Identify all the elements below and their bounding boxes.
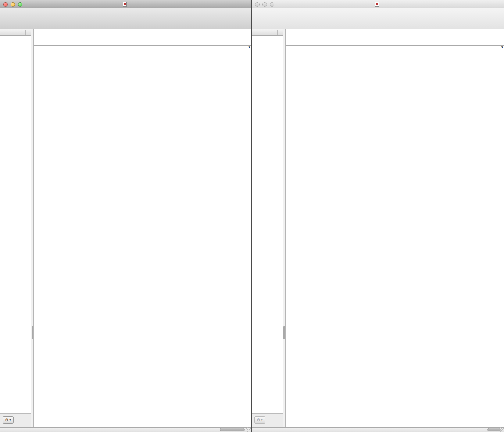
traffic-lights: [3, 2, 22, 7]
chart-info-header: [286, 29, 504, 37]
close-button[interactable]: [3, 2, 8, 7]
scrollbar-thumb[interactable]: [220, 428, 245, 431]
minimize-button[interactable]: [262, 2, 267, 7]
gear-menu-button[interactable]: ⚙▼: [3, 416, 14, 424]
zoom-button[interactable]: [18, 2, 22, 7]
document-icon: [375, 2, 379, 7]
resize-grip[interactable]: [499, 427, 504, 432]
titlebar[interactable]: [252, 0, 504, 8]
xaxis-months: [34, 37, 251, 41]
window-title: [375, 2, 381, 7]
sidebar-scrollbar[interactable]: [31, 29, 34, 432]
titlebar[interactable]: [0, 0, 251, 8]
resize-grip[interactable]: [246, 427, 251, 432]
toolbar: [0, 8, 251, 29]
sidebar-scrollbar[interactable]: [283, 29, 286, 432]
sidebar-header: [252, 29, 283, 36]
window-weinstein-weekly: ⚙▼ ▼: [0, 0, 251, 432]
chevron-down-icon: ▼: [501, 46, 504, 49]
content-sidebar: ⚙▼: [0, 29, 31, 432]
horizontal-scrollbar[interactable]: [252, 427, 504, 432]
sidebar-header: [0, 29, 31, 36]
window-title: [123, 2, 129, 7]
sidebar-list[interactable]: [252, 36, 283, 413]
close-button[interactable]: [255, 2, 260, 7]
horizontal-scrollbar[interactable]: [0, 427, 251, 432]
zoom-button[interactable]: [270, 2, 274, 7]
timeframe-selector[interactable]: ▼: [499, 46, 504, 49]
document-icon: [123, 2, 127, 7]
scrollbar-thumb[interactable]: [283, 326, 285, 339]
xaxis-years: [286, 41, 504, 46]
chart-column: ▼: [286, 29, 504, 432]
chart-info-header: [34, 29, 251, 37]
traffic-lights: [255, 2, 274, 7]
content-sidebar: ⚙▼: [252, 29, 283, 432]
sidebar-list[interactable]: [0, 36, 31, 413]
chart-column: ▼: [34, 29, 251, 432]
xaxis-months: [286, 37, 504, 41]
gear-menu-button[interactable]: ⚙▼: [254, 416, 265, 424]
minimize-button[interactable]: [11, 2, 15, 7]
chevron-down-icon: ▼: [248, 46, 251, 49]
gear-icon: ⚙: [5, 418, 8, 422]
gear-icon: ⚙: [257, 418, 260, 422]
timeframe-selector[interactable]: ▼: [246, 46, 251, 49]
window-weinstein-daily: ⚙▼ ▼: [252, 0, 504, 432]
scrollbar-thumb[interactable]: [32, 326, 33, 339]
xaxis-years: [34, 41, 251, 46]
toolbar: [252, 8, 504, 29]
